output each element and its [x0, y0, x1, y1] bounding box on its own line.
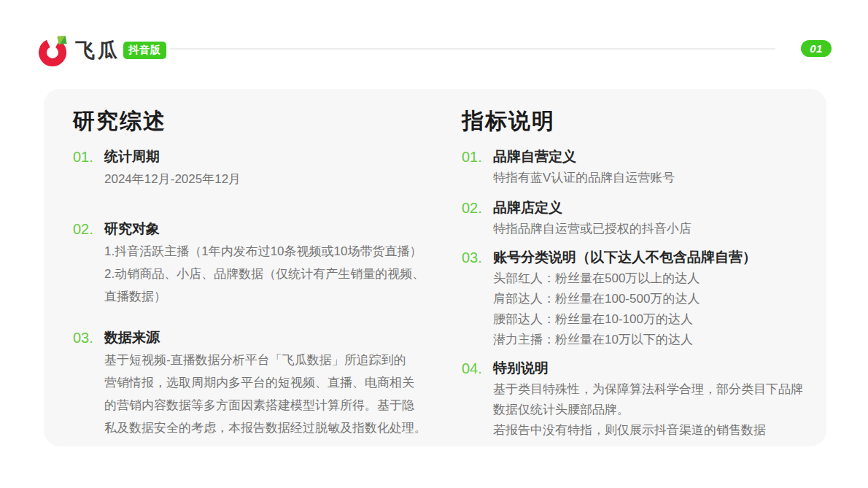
item-content: 统计周期 2024年12月-2025年12月: [104, 146, 432, 190]
item-description: 特指品牌自运营或已授权的抖音小店: [493, 219, 806, 239]
section-title: 指标说明: [462, 106, 806, 136]
item-content: 品牌店定义 特指品牌自运营或已授权的抖音小店: [493, 197, 806, 239]
item-description: 1.抖音活跃主播（1年内发布过10条视频或10场带货直播） 2.动销商品、小店、…: [104, 240, 432, 308]
feigua-logo-icon: [38, 34, 70, 66]
list-item-data-source: 03. 数据来源 基于短视频-直播数据分析平台「飞瓜数据」所追踪到的 营销情报，…: [73, 327, 432, 439]
item-label: 统计周期: [104, 146, 432, 168]
item-description: 基于类目特殊性，为保障算法科学合理，部分类目下品牌 数据仅统计头腰部品牌。 若报…: [493, 379, 806, 441]
item-description: 基于短视频-直播数据分析平台「飞瓜数据」所追踪到的 营销情报，选取周期内多平台的…: [104, 349, 432, 439]
item-description: 头部红人：粉丝量在500万以上的达人 肩部达人：粉丝量在100-500万的达人 …: [493, 268, 806, 350]
item-description: 2024年12月-2025年12月: [104, 168, 432, 190]
list-item-brand-self-operation: 01. 品牌自营定义 特指有蓝V认证的品牌自运营账号: [462, 146, 806, 188]
item-content: 特别说明 基于类目特殊性，为保障算法科学合理，部分类目下品牌 数据仅统计头腰部品…: [493, 357, 806, 441]
item-label: 品牌自营定义: [493, 146, 806, 168]
item-content: 数据来源 基于短视频-直播数据分析平台「飞瓜数据」所追踪到的 营销情报，选取周期…: [104, 327, 432, 439]
item-content: 账号分类说明（以下达人不包含品牌自营） 头部红人：粉丝量在500万以上的达人 肩…: [493, 247, 806, 350]
report-slide: 飞瓜 抖音版 01 研究综述 01. 统计周期 2024年12月-2025年12…: [0, 0, 868, 488]
item-content: 研究对象 1.抖音活跃主播（1年内发布过10条视频或10场带货直播） 2.动销商…: [104, 218, 432, 308]
list-item-special-notes: 04. 特别说明 基于类目特殊性，为保障算法科学合理，部分类目下品牌 数据仅统计…: [462, 357, 806, 441]
item-number: 01.: [73, 146, 104, 168]
list-item-research-objects: 02. 研究对象 1.抖音活跃主播（1年内发布过10条视频或10场带货直播） 2…: [73, 218, 432, 308]
section-indicator-explanation: 指标说明 01. 品牌自营定义 特指有蓝V认证的品牌自运营账号 02. 品牌店定…: [462, 106, 806, 441]
section-research-overview: 研究综述 01. 统计周期 2024年12月-2025年12月 02. 研究对象…: [73, 106, 432, 439]
item-number: 01.: [462, 146, 493, 168]
item-number: 02.: [462, 197, 493, 219]
item-label: 账号分类说明（以下达人不包含品牌自营）: [493, 247, 806, 268]
list-item-brand-store: 02. 品牌店定义 特指品牌自运营或已授权的抖音小店: [462, 197, 806, 239]
item-content: 品牌自营定义 特指有蓝V认证的品牌自运营账号: [493, 146, 806, 188]
section-title: 研究综述: [73, 106, 432, 136]
item-number: 03.: [73, 327, 104, 349]
item-label: 品牌店定义: [493, 197, 806, 219]
header-divider: [170, 48, 775, 50]
content-card: 研究综述 01. 统计周期 2024年12月-2025年12月 02. 研究对象…: [44, 89, 826, 446]
item-number: 03.: [462, 247, 493, 268]
item-label: 数据来源: [104, 327, 432, 349]
item-description: 特指有蓝V认证的品牌自运营账号: [493, 168, 806, 188]
item-label: 特别说明: [493, 357, 806, 379]
feigua-logo: 飞瓜 抖音版: [38, 34, 166, 66]
list-item-account-classification: 03. 账号分类说明（以下达人不包含品牌自营） 头部红人：粉丝量在500万以上的…: [462, 247, 806, 350]
item-number: 04.: [462, 357, 493, 379]
item-label: 研究对象: [104, 218, 432, 240]
logo-text: 飞瓜: [75, 34, 120, 66]
item-number: 02.: [73, 218, 104, 240]
list-item-statistics-period: 01. 统计周期 2024年12月-2025年12月: [73, 146, 432, 190]
douyin-version-badge: 抖音版: [123, 42, 166, 59]
page-number-badge: 01: [801, 40, 832, 57]
